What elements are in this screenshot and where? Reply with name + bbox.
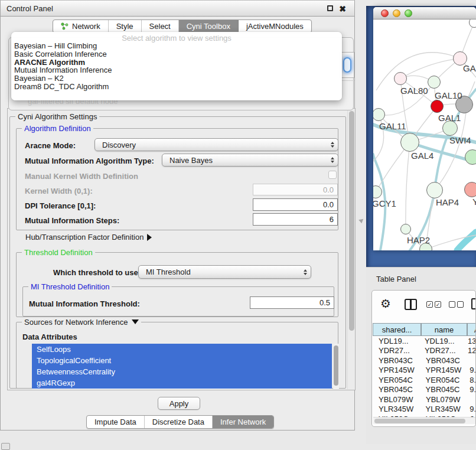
cell-value: 12 bbox=[465, 346, 476, 355]
control-panel-title: Control Panel bbox=[6, 4, 53, 13]
which-threshold-combo[interactable]: MI Threshold bbox=[138, 265, 311, 279]
mi-steps-field[interactable]: 6 bbox=[253, 213, 338, 226]
tab-discretize-data[interactable]: Discretize Data bbox=[145, 416, 213, 428]
tab-infer-network[interactable]: Infer Network bbox=[213, 416, 273, 428]
hub-tf-expander[interactable]: Hub/Transcription Factor Definition bbox=[25, 233, 152, 242]
attribute-item-betweennesscentrality[interactable]: BetweennessCentrality bbox=[32, 366, 332, 377]
table-scrollbar-thumb[interactable] bbox=[374, 419, 465, 423]
attribute-item-gal4rgexp[interactable]: gal4RGexp bbox=[32, 377, 332, 389]
node-label: GAL10 bbox=[435, 90, 462, 100]
tab-impute-data[interactable]: Impute Data bbox=[87, 416, 145, 428]
table-row[interactable]: YBR043C YBR043C bbox=[373, 356, 476, 366]
restore-icon[interactable] bbox=[327, 5, 333, 11]
column-header-clipped[interactable]: A bbox=[467, 323, 476, 336]
network-node-gal10[interactable] bbox=[428, 76, 441, 89]
cyni-algorithm-settings-title: Cyni Algorithm Settings bbox=[15, 112, 99, 121]
cell-name: YBL079W bbox=[421, 395, 467, 404]
zoom-traffic-light[interactable] bbox=[405, 9, 412, 17]
algorithm-option-aracne[interactable]: ARACNE Algorithm bbox=[14, 58, 339, 67]
cell-name: YDR27... bbox=[420, 346, 465, 355]
node-label: GAL80 bbox=[400, 86, 428, 96]
document-icon[interactable] bbox=[471, 298, 476, 309]
mi-threshold-label: Mutual Information Threshold: bbox=[29, 299, 140, 308]
network-node-green-right[interactable] bbox=[465, 149, 476, 165]
close-icon[interactable]: ✖ bbox=[339, 6, 346, 12]
expand-arrow-icon bbox=[147, 234, 152, 241]
apply-button[interactable]: Apply bbox=[158, 397, 200, 410]
minimize-traffic-light[interactable] bbox=[393, 9, 400, 17]
close-traffic-light[interactable] bbox=[381, 9, 389, 17]
cell-shared-name: YDL19... bbox=[373, 337, 420, 345]
attributes-list-scrollbar[interactable] bbox=[333, 344, 339, 389]
column-header-name[interactable]: name bbox=[421, 323, 467, 336]
table-row[interactable]: YBL079W YBL079W bbox=[373, 394, 476, 405]
network-node-gal80[interactable] bbox=[394, 72, 407, 85]
tab-select[interactable]: Select bbox=[142, 20, 179, 32]
node-label: SWI4 bbox=[449, 135, 471, 145]
table-horizontal-scrollbar[interactable] bbox=[373, 417, 475, 424]
dpi-tolerance-value: 0.0 bbox=[323, 200, 334, 209]
attribute-item-selfloops[interactable]: SelfLoops bbox=[32, 344, 332, 355]
tab-jactivemnodules[interactable]: jActiveMNodules bbox=[239, 20, 311, 32]
node-label: GAL bbox=[463, 63, 476, 73]
tab-cyni-toolbox[interactable]: Cyni Toolbox bbox=[179, 20, 239, 32]
mi-algorithm-type-label: Mutual Information Algorithm Type: bbox=[25, 156, 154, 165]
cell-shared-name: YER054C bbox=[373, 376, 421, 384]
tab-network[interactable]: Network bbox=[53, 20, 109, 32]
network-node-gal4[interactable] bbox=[400, 133, 419, 152]
algorithm-option-dream8[interactable]: Dream8 DC_TDC Algorithm bbox=[14, 83, 339, 91]
mi-algorithm-type-combo[interactable]: Naive Bayes bbox=[162, 154, 338, 167]
network-node-hap4[interactable] bbox=[426, 182, 443, 198]
deselect-all-checkboxes-icon[interactable] bbox=[449, 301, 464, 308]
network-node-gal1-selected[interactable] bbox=[431, 100, 444, 113]
column-header-label: name bbox=[435, 325, 454, 334]
cell-value: 9. bbox=[467, 405, 476, 413]
tab-style[interactable]: Style bbox=[109, 20, 142, 32]
attribute-item-topologicalcoefficient[interactable]: TopologicalCoefficient bbox=[32, 355, 332, 366]
table-row[interactable]: YLR345W YLR345W 9. bbox=[373, 405, 476, 415]
combo-stepper-icon bbox=[304, 269, 307, 275]
sources-title[interactable]: Sources for Network Inference bbox=[22, 318, 141, 327]
table-row[interactable]: YDL19... YDL19... 13 bbox=[373, 336, 476, 346]
network-canvas[interactable]: GAL GAL80 GAL10 GAL1 GAL11 SWI4 GAL4 GCY… bbox=[373, 19, 476, 250]
network-node-salmon[interactable] bbox=[464, 182, 476, 197]
mi-steps-label: Mutual Information Steps: bbox=[25, 216, 119, 225]
tab-discretize-data-label: Discretize Data bbox=[152, 418, 204, 426]
cell-name: YDL19... bbox=[420, 337, 465, 345]
table-row[interactable]: YDR27... YDR27... 12 bbox=[373, 346, 476, 356]
aracne-mode-combo[interactable]: Discovery bbox=[94, 138, 338, 151]
network-node-hap2[interactable] bbox=[400, 224, 411, 234]
select-all-checkboxes-icon[interactable]: ✓✓ bbox=[426, 301, 441, 308]
table-row[interactable]: YBR045C YBR045C 9. bbox=[373, 385, 476, 395]
mi-threshold-field[interactable]: 0.5 bbox=[250, 296, 334, 309]
node-label: Y bbox=[472, 197, 476, 207]
node-label: GAL1 bbox=[438, 113, 461, 123]
column-view-icon[interactable] bbox=[405, 299, 417, 310]
node-label: GAL11 bbox=[379, 121, 406, 131]
network-icon bbox=[61, 22, 69, 30]
algorithm-option-bayesian-k2[interactable]: Bayesian – K2 bbox=[14, 74, 339, 83]
table-row[interactable]: YPR145W YPR145W 9. bbox=[373, 366, 476, 376]
algorithm-option-bayesian-hill-climbing[interactable]: Bayesian – Hill Climbing bbox=[14, 42, 339, 50]
settings-vertical-scrollbar[interactable] bbox=[347, 109, 355, 389]
column-header-shared-name[interactable]: shared... bbox=[373, 323, 421, 336]
attributes-scrollbar-thumb[interactable] bbox=[334, 345, 338, 386]
network-window-titlebar[interactable] bbox=[373, 7, 476, 19]
table-row[interactable]: YER054C YER054C 8. bbox=[373, 375, 476, 385]
algorithm-dropdown-popup: Select algorithm to view settings Bayesi… bbox=[11, 32, 342, 100]
dpi-tolerance-field[interactable]: 0.0 bbox=[253, 198, 338, 211]
focused-combo-remnant[interactable] bbox=[343, 57, 351, 73]
aracne-mode-value: Discovery bbox=[102, 141, 136, 149]
cell-value: 8. bbox=[467, 376, 476, 384]
mi-threshold-definition-title: MI Threshold Definition bbox=[28, 282, 112, 291]
algorithm-option-mutual-information[interactable]: Mutual Information Inference bbox=[14, 66, 339, 74]
gear-icon[interactable]: ⚙ bbox=[380, 298, 391, 309]
sources-title-label: Sources for Network Inference bbox=[24, 318, 128, 327]
table-panel-title: Table Panel bbox=[376, 275, 416, 283]
minimized-panel-icon[interactable] bbox=[1, 443, 10, 450]
node-label: HAP4 bbox=[436, 197, 459, 207]
algorithm-option-basic-correlation[interactable]: Basic Correlation Inference bbox=[14, 50, 339, 58]
mi-algorithm-type-value: Naive Bayes bbox=[169, 156, 213, 165]
settings-scrollbar-thumb[interactable] bbox=[349, 111, 354, 331]
cell-name: YBR045C bbox=[421, 385, 467, 394]
